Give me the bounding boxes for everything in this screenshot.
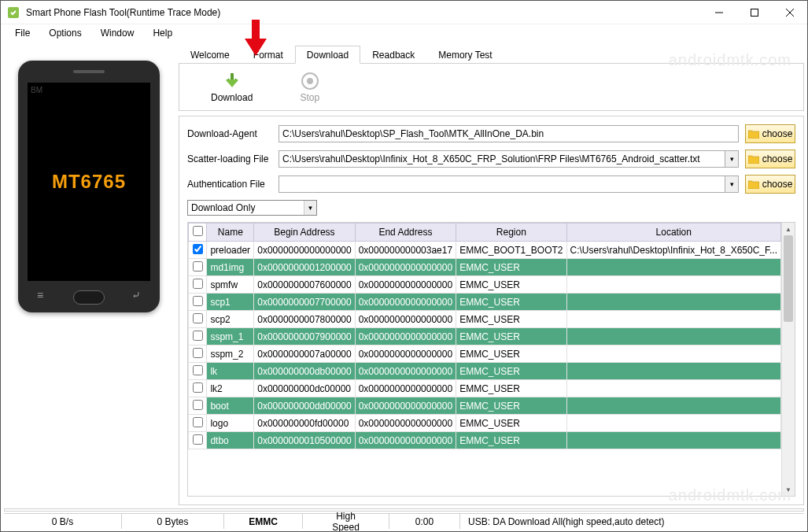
row-checkbox[interactable] <box>193 382 203 393</box>
tab-welcome[interactable]: Welcome <box>179 46 242 64</box>
cell-end: 0x0000000000000000 <box>355 380 456 397</box>
cell-end: 0x0000000000000000 <box>355 276 456 294</box>
row-checkbox[interactable] <box>193 417 203 427</box>
cell-end: 0x0000000000000000 <box>355 259 456 276</box>
stop-button[interactable]: Stop <box>300 72 319 103</box>
folder-icon <box>748 155 759 164</box>
row-checkbox[interactable] <box>193 244 203 254</box>
row-checkbox-cell <box>189 242 207 259</box>
table-row[interactable]: lk20x000000000dc000000x0000000000000000E… <box>189 380 781 397</box>
tab-memtest[interactable]: Memory Test <box>426 46 504 64</box>
row-checkbox-cell <box>189 328 207 345</box>
svg-rect-2 <box>751 9 758 16</box>
statusbar: 0 B/s 0 Bytes EMMC High Speed 0:00 USB: … <box>4 513 804 529</box>
cell-begin: 0x000000000dd00000 <box>254 397 355 415</box>
cell-name: sspm_1 <box>207 328 254 345</box>
download-label: Download <box>211 92 253 103</box>
minimize-button[interactable] <box>701 1 736 24</box>
cell-location <box>566 311 780 328</box>
row-checkbox[interactable] <box>193 296 203 306</box>
header-checkbox[interactable] <box>193 226 203 236</box>
table-row[interactable]: logo0x000000000fd000000x0000000000000000… <box>189 415 781 432</box>
choose-label: choose <box>762 153 793 164</box>
main-area: BM MT6765 ≡ ⤶ Welcome Format Download Re… <box>1 42 807 508</box>
cell-region: EMMC_USER <box>456 432 566 449</box>
header-location[interactable]: Location <box>566 224 780 242</box>
row-checkbox[interactable] <box>193 261 203 272</box>
table-row[interactable]: sspm_10x00000000079000000x00000000000000… <box>189 328 781 345</box>
row-checkbox-cell <box>189 432 207 449</box>
cell-location <box>566 345 780 363</box>
header-name[interactable]: Name <box>207 224 254 242</box>
table-row[interactable]: scp20x00000000078000000x0000000000000000… <box>189 311 781 328</box>
tab-download[interactable]: Download <box>295 46 360 64</box>
tabstrip: Welcome Format Download Readback Memory … <box>179 45 804 64</box>
tab-readback[interactable]: Readback <box>360 46 426 64</box>
cell-begin: 0x0000000007700000 <box>254 294 355 311</box>
auth-input[interactable] <box>279 175 725 193</box>
cell-region: EMMC_USER <box>456 311 566 328</box>
header-begin[interactable]: Begin Address <box>254 224 355 242</box>
cell-begin: 0x0000000007a00000 <box>254 345 355 363</box>
da-label: Download-Agent <box>187 128 272 139</box>
table-scrollbar[interactable]: ▲ ▼ <box>781 223 795 496</box>
scatter-dropdown[interactable]: ▾ <box>725 150 739 168</box>
menu-options[interactable]: Options <box>41 26 89 40</box>
folder-icon <box>748 130 759 139</box>
row-checkbox[interactable] <box>193 348 203 358</box>
auth-dropdown[interactable]: ▾ <box>725 175 739 193</box>
cell-location <box>566 415 780 432</box>
cell-name: scp1 <box>207 294 254 311</box>
table-row[interactable]: scp10x00000000077000000x0000000000000000… <box>189 294 781 311</box>
row-checkbox[interactable] <box>193 331 203 341</box>
cell-location <box>566 380 780 397</box>
da-choose-button[interactable]: choose <box>745 124 795 143</box>
header-region[interactable]: Region <box>456 224 566 242</box>
close-button[interactable] <box>772 1 807 24</box>
cell-end: 0x000000000003ae17 <box>355 242 456 259</box>
scatter-choose-button[interactable]: choose <box>745 150 795 168</box>
cell-region: EMMC_USER <box>456 380 566 397</box>
table-row[interactable]: dtbo0x00000000105000000x0000000000000000… <box>189 432 781 449</box>
menu-file[interactable]: File <box>7 26 38 40</box>
auth-choose-button[interactable]: choose <box>745 175 795 194</box>
table-row[interactable]: md1img0x00000000012000000x00000000000000… <box>189 259 781 276</box>
maximize-button[interactable] <box>736 1 772 24</box>
tab-format[interactable]: Format <box>242 46 295 64</box>
row-checkbox[interactable] <box>193 313 203 323</box>
mode-select[interactable]: Download Only ▼ <box>187 200 317 216</box>
table-row[interactable]: boot0x000000000dd000000x0000000000000000… <box>189 397 781 415</box>
cell-begin: 0x0000000001200000 <box>254 259 355 276</box>
app-icon <box>7 6 20 19</box>
download-button[interactable]: Download <box>211 72 253 103</box>
scroll-up-icon[interactable]: ▲ <box>782 223 795 235</box>
row-checkbox-cell <box>189 397 207 415</box>
table-row[interactable]: preloader0x00000000000000000x00000000000… <box>189 242 781 259</box>
cell-name: lk2 <box>207 380 254 397</box>
scatter-input[interactable] <box>279 150 725 168</box>
cell-name: boot <box>207 397 254 415</box>
status-speed: 0 B/s <box>4 514 122 529</box>
mode-value: Download Only <box>191 202 255 213</box>
cell-region: EMMC_USER <box>456 328 566 345</box>
scroll-down-icon[interactable]: ▼ <box>782 483 795 496</box>
scroll-thumb[interactable] <box>784 235 793 322</box>
cell-begin: 0x0000000000000000 <box>254 242 355 259</box>
menu-help[interactable]: Help <box>145 26 180 40</box>
row-checkbox[interactable] <box>193 434 203 445</box>
row-checkbox[interactable] <box>193 279 203 289</box>
row-checkbox[interactable] <box>193 365 203 375</box>
table-row[interactable]: spmfw0x00000000076000000x000000000000000… <box>189 276 781 294</box>
row-checkbox[interactable] <box>193 400 203 410</box>
table-row[interactable]: sspm_20x0000000007a000000x00000000000000… <box>189 345 781 363</box>
cell-region: EMMC_USER <box>456 259 566 276</box>
phone-screen: BM MT6765 <box>28 83 150 281</box>
header-end[interactable]: End Address <box>355 224 456 242</box>
header-checkbox-cell <box>189 224 207 242</box>
cell-name: scp2 <box>207 311 254 328</box>
row-checkbox-cell <box>189 294 207 311</box>
row-checkbox-cell <box>189 345 207 363</box>
da-input[interactable] <box>279 125 739 142</box>
table-row[interactable]: lk0x000000000db000000x0000000000000000EM… <box>189 363 781 380</box>
menu-window[interactable]: Window <box>93 26 142 40</box>
